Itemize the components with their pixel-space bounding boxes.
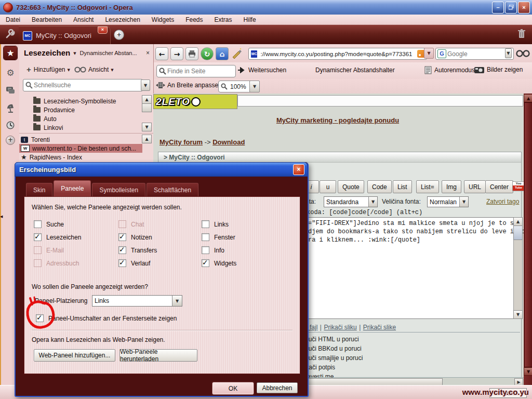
- bookmark-folder[interactable]: Prodavnice: [33, 105, 137, 114]
- new-tab-button[interactable]: +: [114, 30, 124, 40]
- checkbox-suche[interactable]: Suche: [34, 218, 118, 231]
- trash-icon[interactable]: [517, 29, 526, 39]
- reload-button[interactable]: ↻: [201, 47, 214, 60]
- marketing-link[interactable]: MyCity marketing - pogledajte ponudu: [276, 116, 399, 124]
- add-dropdown-icon[interactable]: ▼: [67, 68, 70, 72]
- bbcode-url-button[interactable]: URL: [464, 180, 486, 193]
- vscroll-thumb[interactable]: [524, 102, 532, 367]
- add-panel-button[interactable]: +: [5, 134, 16, 147]
- menu-ansicht[interactable]: Ansicht: [68, 16, 99, 23]
- attach-image-link[interactable]: Prikači sliku: [324, 324, 356, 331]
- wrench-icon[interactable]: [5, 29, 15, 39]
- checkbox-links[interactable]: Links: [202, 218, 285, 231]
- bookmark-folder[interactable]: Auto: [33, 114, 137, 123]
- bookmark-item[interactable]: t Torenti: [21, 135, 139, 144]
- quick-search-input[interactable]: [33, 81, 140, 89]
- settings-panel-icon[interactable]: ⚙: [4, 66, 17, 79]
- attach-images-link[interactable]: Prikači slike: [363, 324, 396, 331]
- panel-header-menu[interactable]: Dynamischer Abstan...: [80, 50, 146, 56]
- ok-button[interactable]: OK: [212, 382, 254, 394]
- search-dropdown-button[interactable]: ▼: [505, 48, 512, 58]
- menu-extras[interactable]: Extras: [209, 16, 238, 23]
- find-next-button[interactable]: Weitersuchen: [237, 66, 286, 74]
- address-input[interactable]: [259, 50, 417, 58]
- textarea-scroll-down[interactable]: ▼: [513, 310, 523, 319]
- panel-collapse-handle[interactable]: ◀: [0, 211, 4, 222]
- search-box[interactable]: G ▼: [435, 48, 514, 60]
- bbcode-u-button[interactable]: u: [320, 180, 336, 193]
- checkbox-panel-toggle[interactable]: Paneel-Umschalter an der Fensterseite ze…: [36, 314, 177, 322]
- menu-feeds[interactable]: Feeds: [180, 16, 208, 23]
- menu-lesezeichen[interactable]: Lesezeichen: [99, 16, 145, 23]
- address-bar[interactable]: MC: [248, 48, 427, 60]
- address-dropdown-button[interactable]: ▼: [424, 48, 434, 59]
- view-dropdown-icon[interactable]: ▼: [111, 68, 113, 72]
- tab-schaltflaechen[interactable]: Schaltflächen: [147, 183, 198, 196]
- history-panel-icon[interactable]: [4, 118, 17, 132]
- bbcode-center-button[interactable]: Center: [485, 180, 513, 193]
- textarea-scrollbar[interactable]: ▲ ▼: [513, 217, 523, 319]
- find-input[interactable]: [166, 67, 233, 75]
- download-webpanels-button[interactable]: Web-Paneele herunterladen: [119, 349, 197, 362]
- close-tags-link[interactable]: Zatvori tago: [486, 198, 519, 205]
- tab-paneele[interactable]: Paneele: [54, 180, 91, 196]
- quick-search-field[interactable]: [23, 79, 143, 91]
- checkbox-transfers[interactable]: Transfers: [118, 244, 202, 257]
- bbcode-img-button[interactable]: Img: [442, 180, 461, 193]
- author-mode-button[interactable]: Autorenmodus ▼: [424, 66, 481, 74]
- vscroll-down-button[interactable]: ▼: [524, 367, 532, 376]
- tree-scroll-up[interactable]: ▲: [142, 95, 152, 104]
- view-button[interactable]: Ansicht: [88, 66, 109, 73]
- tab-mycity[interactable]: MC MyCity :: Odgovori ×: [19, 26, 111, 45]
- bookmarks-panel-icon[interactable]: ★: [4, 46, 17, 60]
- checkbox-fenster[interactable]: Fenster: [202, 231, 285, 244]
- bbcode-list-button[interactable]: List: [393, 180, 412, 193]
- checkbox-notizen[interactable]: Notizen: [118, 231, 202, 244]
- list-scroll-up[interactable]: ▲: [142, 135, 152, 143]
- find-field[interactable]: [156, 65, 236, 77]
- vscroll-up-button[interactable]: ▲: [524, 94, 532, 102]
- menu-datei[interactable]: Datei: [0, 16, 26, 23]
- textarea-scroll-up[interactable]: ▲: [513, 217, 523, 226]
- chat-panel-icon[interactable]: [4, 84, 17, 97]
- dialog-close-button[interactable]: ×: [293, 164, 304, 175]
- checkbox-lesezeichen[interactable]: Lesezeichen: [34, 231, 118, 244]
- checkbox-adressbuch[interactable]: Adressbuch: [34, 257, 118, 270]
- minimize-button[interactable]: –: [492, 2, 504, 14]
- youtube-button[interactable]: You Tube: [512, 181, 524, 191]
- add-bookmark-button[interactable]: Hinzufügen: [34, 66, 65, 73]
- restore-button[interactable]: [505, 2, 517, 14]
- breadcrumb-section-link[interactable]: Download: [212, 138, 245, 146]
- web-search-input[interactable]: [446, 50, 505, 58]
- transfers-panel-icon[interactable]: [4, 101, 17, 115]
- checkbox-info[interactable]: Info: [202, 244, 285, 257]
- font-size-select[interactable]: Normalan▼: [427, 196, 469, 207]
- bookmark-folder[interactable]: Linkovi: [33, 123, 137, 132]
- back-button[interactable]: ←: [155, 47, 168, 60]
- fit-width-button[interactable]: An Breite anpassen: [156, 82, 222, 89]
- quick-search-dropdown[interactable]: ▼: [141, 79, 150, 91]
- tab-close-icon[interactable]: ×: [98, 26, 108, 34]
- menu-hilfe[interactable]: Hilfe: [238, 16, 262, 23]
- cancel-button[interactable]: Abbrechen: [257, 382, 298, 393]
- font-select[interactable]: Standardna▼: [324, 196, 378, 207]
- glasses-icon[interactable]: [516, 48, 530, 58]
- bookmark-item[interactable]: ★ RapidNews - Index: [21, 153, 139, 162]
- bbcode-quote-button[interactable]: Quote: [338, 180, 364, 193]
- bookmark-item-selected[interactable]: W www.torrent.to - Die besten und sch...: [19, 144, 142, 153]
- bbcode-listeq-button[interactable]: List=: [416, 180, 439, 193]
- checkbox-email[interactable]: E-Mail: [34, 244, 118, 257]
- tree-scroll-thumb[interactable]: [142, 103, 152, 112]
- add-webpanel-button[interactable]: Web-Paneel hinzufügen...: [34, 349, 115, 362]
- tree-scroll-down[interactable]: ▼: [142, 123, 152, 131]
- close-button[interactable]: ×: [518, 2, 530, 14]
- breadcrumb-forum-link[interactable]: MyCity forum: [159, 138, 203, 146]
- tab-skin[interactable]: Skin: [26, 183, 52, 196]
- bbcode-code-button[interactable]: Code: [367, 180, 392, 193]
- show-images-button[interactable]: Bilder zeigen: [474, 66, 523, 73]
- menu-bearbeiten[interactable]: Bearbeiten: [26, 16, 68, 23]
- bookmark-folder[interactable]: Lesezeichen-Symbolleiste: [33, 97, 137, 105]
- checkbox-verlauf[interactable]: Verlauf: [118, 257, 202, 270]
- home-button[interactable]: ⌂: [216, 47, 229, 60]
- panel-close-icon[interactable]: ×: [146, 49, 150, 57]
